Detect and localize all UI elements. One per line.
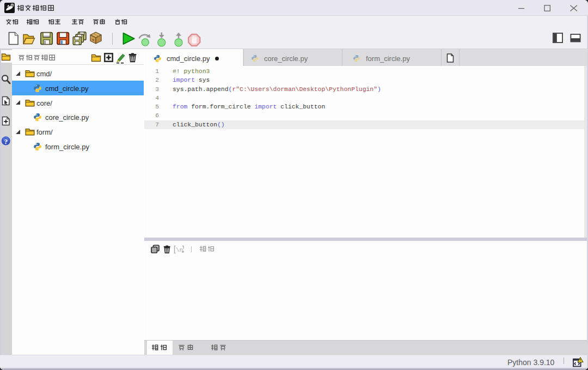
svg-text:B: B bbox=[11, 4, 13, 7]
svg-text:\n: \n bbox=[176, 247, 183, 253]
svg-text:?: ? bbox=[4, 137, 8, 145]
